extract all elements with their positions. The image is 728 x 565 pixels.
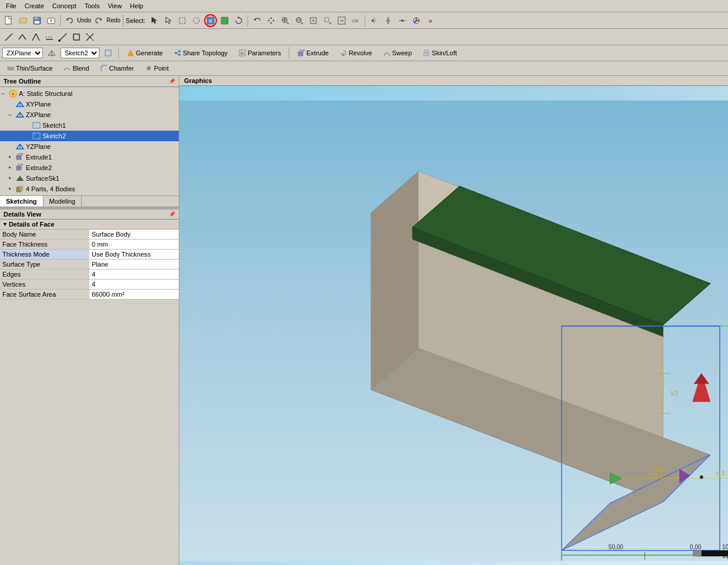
details-section-header: ▼ Details of Face [0,220,179,230]
plane-icon-btn[interactable] [45,46,58,59]
undo-nav[interactable] [251,14,263,27]
menu-help[interactable]: Help [126,1,147,11]
zoom-all-btn[interactable]: All [335,14,348,27]
details-value-1[interactable]: 0 mm [89,240,179,250]
svg-text:H1: H1 [656,466,664,473]
details-collapse-btn[interactable]: ▼ [2,221,8,227]
open-button[interactable] [16,14,29,27]
triad2-btn[interactable] [424,14,437,27]
zoom-out-btn[interactable] [293,14,306,27]
rotate-btn[interactable] [232,14,245,27]
triad-btn[interactable] [410,14,423,27]
details-value-2[interactable]: Use Body Thickness [89,250,179,260]
tab-modeling[interactable]: Modeling [44,196,82,207]
tree-item-xyplane[interactable]: XYPlane [0,99,179,109]
line-tool-4[interactable] [43,31,56,44]
details-value-6[interactable]: 66000 mm² [89,290,179,300]
details-view-header: Details View 📌 [0,210,179,220]
zoom-fit-btn[interactable] [307,14,320,27]
sketch-selector[interactable]: Sketch2 Sketch1 [61,48,99,58]
line-tool-1[interactable] [2,31,15,44]
move-btn[interactable] [382,14,395,27]
details-value-4[interactable]: 4 [89,270,179,280]
highlighted-toolbar-button[interactable]: ⊞ [204,14,217,27]
menu-view[interactable]: View [104,1,125,11]
point-ctx-button[interactable]: Point [141,62,173,74]
green-mode-btn[interactable] [218,14,231,27]
details-value-0[interactable]: Surface Body [89,230,179,240]
svg-line-30 [329,22,331,24]
svg-text:A: A [12,92,15,96]
menu-tools[interactable]: Tools [81,1,103,11]
redo-button[interactable] [92,14,105,27]
svg-line-24 [301,22,303,24]
expand-zxplane[interactable]: − [8,112,14,118]
plane-selector[interactable]: ZXPlane XYPlane YZPlane [2,48,43,58]
expand-surfacesk1[interactable]: + [8,175,14,181]
point-btn[interactable] [396,14,409,27]
3d-viewport[interactable]: V2 H1 H3 [179,86,728,565]
tree-item-surfacesk1[interactable]: + SurfaceSk1 [0,173,179,184]
save-button[interactable] [31,14,44,27]
svg-line-20 [287,22,289,24]
generate-button[interactable]: Generate [122,47,167,59]
tree-outline-title: Tree Outline [4,78,41,85]
line-tool-3[interactable] [29,31,42,44]
share-topology-button[interactable]: Share Topology [169,47,232,59]
sweep-button[interactable]: Sweep [379,47,416,59]
line-tool-2[interactable] [16,31,29,44]
details-row-1: Face Thickness0 mm [0,240,179,250]
parameters-button[interactable]: fx Parameters [234,47,285,59]
svg-text:50,00: 50,00 [609,544,623,550]
expand-root[interactable]: − [1,91,7,97]
line-tool-6[interactable] [70,31,83,44]
svg-rect-88 [16,167,21,170]
expand-extrude2[interactable]: + [8,165,14,171]
tree-item-extrude2[interactable]: + Extrude2 [0,162,179,173]
tree-item-sketch1[interactable]: Sketch1 [0,120,179,131]
blend-button[interactable]: Blend [59,62,93,74]
svg-line-82 [33,122,40,128]
undo-button[interactable] [63,14,76,27]
tree-item-extrude2-label: Extrude2 [26,164,52,171]
select-mode-1[interactable] [148,14,161,27]
svg-rect-58 [105,50,111,56]
line-tool-7[interactable] [84,31,96,44]
revolve-button[interactable]: Revolve [335,47,376,59]
tree-item-parts[interactable]: + 4 Parts, 4 Bodies [0,184,179,194]
sketch-icon-btn[interactable] [102,46,115,59]
tree-item-zxplane[interactable]: − ZXPlane [0,109,179,120]
pin-icon[interactable]: 📌 [169,78,175,84]
expand-parts[interactable]: + [8,186,14,192]
expand-extrude1[interactable]: + [8,154,14,160]
screenshot-button[interactable] [45,14,58,27]
svg-point-54 [58,39,61,42]
tab-sketching[interactable]: Sketching [0,196,44,207]
mirror-btn[interactable] [368,14,380,27]
zoom-150-btn[interactable]: 150 [349,14,362,27]
menu-file[interactable]: File [2,1,20,11]
new-button[interactable] [2,14,15,27]
box-select[interactable] [176,14,189,27]
pan-btn[interactable] [265,14,278,27]
chamfer-button[interactable]: Chamfer [96,62,138,74]
tree-item-yzplane[interactable]: YZPlane [0,141,179,152]
line-tool-5[interactable] [56,31,69,44]
menu-create[interactable]: Create [21,1,48,11]
details-value-3[interactable]: Plane [89,260,179,270]
select-mode-2[interactable] [162,14,175,27]
extrude-button[interactable]: Extrude [293,47,333,59]
tree-item-sketch2[interactable]: Sketch2 [0,131,179,141]
zoom-box-btn[interactable] [321,14,334,27]
details-value-5[interactable]: 4 [89,280,179,290]
details-pin-icon[interactable]: 📌 [169,211,175,217]
svg-marker-68 [298,50,305,52]
tree-item-extrude1[interactable]: + Extrude1 [0,152,179,162]
lasso-select[interactable] [190,14,203,27]
details-section-title: Details of Face [9,221,55,228]
zoom-in-btn[interactable] [279,14,292,27]
menu-concept[interactable]: Concept [49,1,80,11]
thin-surface-button[interactable]: Thin/Surface [2,62,56,74]
skinloft-button[interactable]: Skin/Loft [418,47,461,59]
tree-item-root[interactable]: − A A: Static Structural [0,88,179,99]
